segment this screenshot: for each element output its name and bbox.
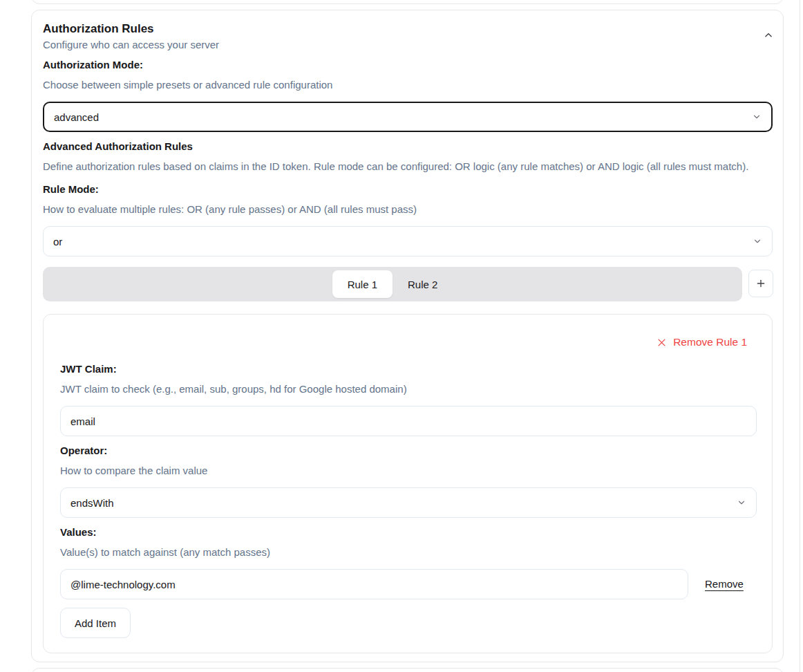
chevron-down-icon	[737, 498, 746, 507]
value-input[interactable]	[60, 569, 688, 599]
chevron-down-icon	[752, 112, 762, 122]
authorization-mode-select[interactable]: advanced	[43, 102, 773, 132]
operator-value: endsWith	[70, 497, 114, 509]
remove-rule-label: Remove Rule 1	[673, 335, 747, 350]
rule-mode-value: or	[53, 236, 62, 248]
jwt-claim-label: JWT Claim:	[60, 362, 117, 377]
chevron-down-icon	[753, 236, 762, 246]
add-item-button[interactable]: Add Item	[60, 608, 131, 638]
authorization-mode-description: Choose between simple presets or advance…	[43, 77, 332, 93]
remove-rule-button[interactable]: Remove Rule 1	[656, 335, 747, 350]
rule-mode-select[interactable]: or	[43, 226, 773, 256]
authorization-mode-value: advanced	[54, 111, 99, 123]
advanced-rules-label: Advanced Authorization Rules	[43, 139, 193, 154]
section-title: Authorization Rules	[43, 21, 154, 37]
x-icon	[656, 337, 667, 348]
advanced-rules-description: Define authorization rules based on clai…	[43, 159, 773, 174]
tab-rule-2[interactable]: Rule 2	[393, 270, 453, 298]
previous-card-edge	[31, 0, 784, 4]
rule-1-card: Remove Rule 1 JWT Claim: JWT claim to ch…	[43, 314, 773, 653]
tab-rule-1[interactable]: Rule 1	[332, 270, 393, 298]
chevron-up-icon	[764, 30, 773, 40]
jwt-claim-input[interactable]	[60, 406, 757, 436]
rule-tabs: Rule 1 Rule 2	[43, 267, 742, 301]
plus-icon	[755, 278, 766, 289]
collapse-section-button[interactable]	[762, 28, 775, 42]
operator-description: How to compare the claim value	[60, 463, 207, 478]
next-card-edge	[31, 668, 784, 672]
operator-select[interactable]: endsWith	[60, 487, 757, 518]
add-rule-button[interactable]	[748, 270, 773, 297]
section-subtitle: Configure who can access your server	[43, 37, 219, 53]
values-label: Values:	[60, 525, 97, 540]
jwt-claim-description: JWT claim to check (e.g., email, sub, gr…	[60, 382, 407, 397]
page-right-border	[800, 0, 800, 672]
remove-value-link[interactable]: Remove	[705, 577, 744, 592]
authorization-rules-card: Authorization Rules Configure who can ac…	[31, 10, 784, 662]
authorization-mode-label: Authorization Mode:	[43, 57, 143, 73]
rule-mode-description: How to evaluate multiple rules: OR (any …	[43, 202, 417, 217]
rule-mode-label: Rule Mode:	[43, 182, 99, 197]
values-description: Value(s) to match against (any match pas…	[60, 545, 270, 560]
operator-label: Operator:	[60, 443, 107, 458]
